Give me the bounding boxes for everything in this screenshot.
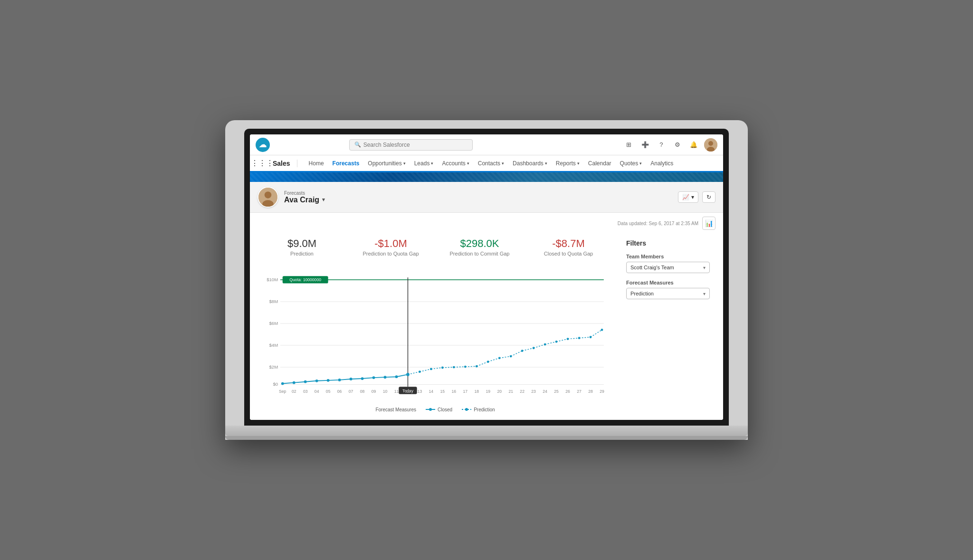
nav-leads[interactable]: Leads ▾: [410, 155, 438, 172]
svg-text:$2M: $2M: [269, 364, 278, 370]
nav-quotes[interactable]: Quotes ▾: [616, 155, 646, 172]
svg-line-53: [408, 372, 420, 375]
legend-closed: Closed: [426, 407, 452, 412]
svg-line-54: [420, 369, 431, 372]
nav-reports[interactable]: Reports ▾: [552, 155, 583, 172]
metric-prediction-value: $9.0M: [261, 237, 343, 250]
nav-accounts[interactable]: Accounts ▾: [438, 155, 473, 172]
main-content: Data updated: Sep 6, 2017 at 2:35 AM 📊 $…: [250, 213, 723, 420]
search-bar[interactable]: 🔍: [349, 139, 473, 151]
nav-analytics[interactable]: Analytics: [647, 155, 677, 172]
svg-text:24: 24: [543, 389, 547, 394]
svg-text:06: 06: [337, 389, 342, 394]
laptop-shell: ☁ 🔍 ⊞ ➕ ? ⚙ 🔔: [225, 120, 748, 440]
svg-point-28: [327, 379, 330, 382]
banner: [250, 172, 723, 182]
legend-closed-label: Closed: [438, 407, 452, 412]
forecast-measures-select[interactable]: Prediction ▾: [626, 288, 710, 299]
svg-text:25: 25: [554, 389, 559, 394]
add-icon[interactable]: ➕: [639, 139, 651, 151]
user-avatar-top[interactable]: [704, 138, 717, 152]
apps-menu-icon[interactable]: ⋮⋮⋮: [256, 157, 269, 170]
svg-text:02: 02: [292, 389, 296, 394]
svg-line-55: [431, 368, 442, 369]
bell-icon[interactable]: 🔔: [688, 139, 699, 151]
metric-prediction-commit-gap-value: $298.0K: [439, 237, 520, 250]
svg-line-66: [556, 339, 568, 342]
legend-prediction-label: Prediction: [474, 407, 495, 412]
svg-text:17: 17: [463, 389, 467, 394]
svg-text:20: 20: [497, 389, 502, 394]
chart-wrapper: $10M $8M $6M $4M $2M $0: [258, 268, 613, 412]
svg-line-67: [568, 338, 579, 339]
settings-icon[interactable]: ⚙: [672, 139, 683, 151]
svg-text:19: 19: [486, 389, 490, 394]
legend-label: Forecast Measures: [375, 407, 416, 412]
chart-type-icon: 📈: [682, 194, 689, 200]
metric-prediction-quota-gap-label: Prediction to Quota Gap: [350, 251, 431, 256]
nav-contacts[interactable]: Contacts ▾: [474, 155, 508, 172]
data-updated-bar: Data updated: Sep 6, 2017 at 2:35 AM 📊: [250, 213, 723, 234]
svg-point-25: [293, 381, 296, 384]
svg-line-64: [534, 344, 545, 348]
svg-text:$8M: $8M: [269, 299, 278, 304]
svg-point-102: [465, 408, 468, 411]
svg-text:Sep: Sep: [279, 389, 286, 394]
svg-text:07: 07: [349, 389, 353, 394]
help-icon[interactable]: ?: [656, 139, 667, 151]
svg-text:12: 12: [406, 389, 410, 394]
metric-prediction-quota-gap-value: -$1.0M: [350, 237, 431, 250]
team-members-chevron: ▾: [703, 265, 706, 270]
user-avatar: [258, 187, 278, 208]
svg-point-27: [315, 380, 318, 382]
bar-chart-button[interactable]: 📊: [702, 217, 715, 230]
metric-prediction-commit-gap: $298.0K Prediction to Commit Gap: [435, 234, 524, 260]
user-name-text: Ava Craig: [284, 196, 319, 204]
filters-panel: Filters Team Members Scott Craig's Team …: [620, 234, 715, 412]
nav-forecasts[interactable]: Forecasts: [329, 155, 363, 172]
svg-text:11: 11: [394, 389, 399, 394]
chart-type-dropdown: ▾: [691, 194, 694, 200]
app-name: Sales: [273, 160, 297, 167]
refresh-button[interactable]: ↻: [702, 191, 715, 203]
metric-closed-quota-gap-label: Closed to Quota Gap: [528, 251, 609, 256]
svg-text:29: 29: [600, 389, 604, 394]
chart-svg: $10M $8M $6M $4M $2M $0: [258, 268, 613, 401]
svg-point-4: [265, 191, 272, 199]
laptop-foot: [225, 436, 748, 440]
page-title: Ava Craig ▾: [284, 196, 325, 204]
svg-point-31: [361, 377, 364, 380]
team-members-select[interactable]: Scott Craig's Team ▾: [626, 262, 710, 273]
grid-icon[interactable]: ⊞: [623, 139, 635, 151]
svg-point-32: [372, 376, 375, 379]
svg-line-69: [591, 330, 602, 337]
chart-main: $9.0M Prediction -$1.0M Prediction to Qu…: [258, 234, 613, 412]
user-dropdown-arrow[interactable]: ▾: [322, 197, 325, 203]
svg-text:$10M: $10M: [267, 277, 278, 282]
svg-point-30: [350, 378, 353, 380]
search-input[interactable]: [363, 142, 467, 148]
svg-text:$0: $0: [273, 381, 278, 387]
nav-calendar[interactable]: Calendar: [584, 155, 615, 172]
salesforce-logo[interactable]: ☁: [256, 138, 270, 152]
svg-text:04: 04: [315, 389, 319, 394]
svg-line-60: [488, 358, 499, 362]
svg-text:18: 18: [474, 389, 479, 394]
breadcrumb: Forecasts: [284, 190, 325, 196]
svg-point-26: [304, 380, 307, 383]
nav-home[interactable]: Home: [305, 155, 328, 172]
nav-dashboards[interactable]: Dashboards ▾: [509, 155, 551, 172]
forecast-measures-chevron: ▾: [703, 291, 706, 296]
data-updated-text: Data updated: Sep 6, 2017 at 2:35 AM: [618, 221, 698, 226]
svg-text:09: 09: [372, 389, 376, 394]
svg-text:21: 21: [508, 389, 513, 394]
svg-point-1: [708, 141, 713, 146]
chart-type-button[interactable]: 📈 ▾: [678, 191, 698, 203]
svg-line-62: [511, 351, 522, 357]
nav-opportunities[interactable]: Opportunities ▾: [364, 155, 409, 172]
svg-text:28: 28: [588, 389, 593, 394]
svg-text:15: 15: [440, 389, 445, 394]
svg-line-59: [477, 362, 488, 367]
team-members-label: Team Members: [626, 254, 710, 259]
svg-text:08: 08: [360, 389, 365, 394]
